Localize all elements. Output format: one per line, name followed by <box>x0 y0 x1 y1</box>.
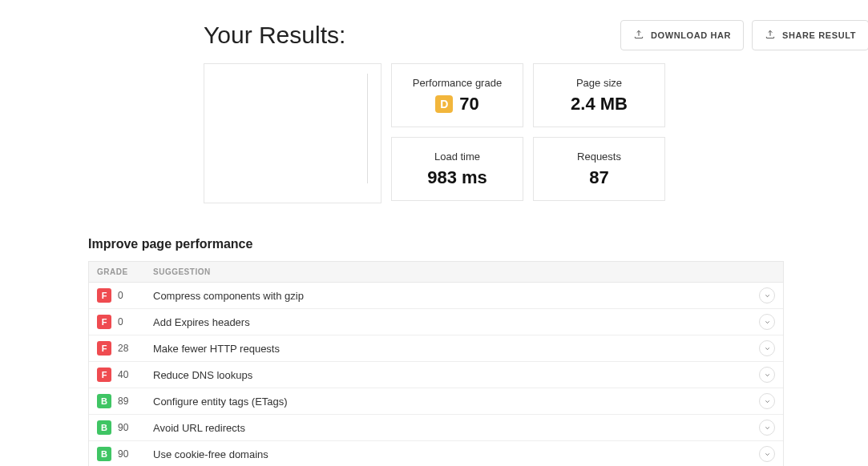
grade-badge: B <box>97 394 111 408</box>
table-row[interactable]: B89Configure entity tags (ETags) <box>89 388 783 415</box>
chevron-down-icon[interactable] <box>759 314 775 330</box>
grade-badge: B <box>97 420 111 435</box>
share-result-label: SHARE RESULT <box>782 30 856 40</box>
chevron-down-icon[interactable] <box>759 420 775 436</box>
table-row[interactable]: F40Reduce DNS lookups <box>89 362 783 388</box>
grade-cell: F40 <box>97 368 153 382</box>
metric-requests: Requests 87 <box>533 137 665 201</box>
table-row[interactable]: B90Use cookie-free domains <box>89 441 783 466</box>
grade-cell: B90 <box>97 447 153 461</box>
chevron-down-icon[interactable] <box>759 393 775 409</box>
grade-badge: F <box>97 315 111 329</box>
expand-cell <box>751 367 775 383</box>
metric-label: Load time <box>434 151 480 163</box>
table-row[interactable]: B90Avoid URL redirects <box>89 415 783 441</box>
page-title: Your Results: <box>204 22 345 49</box>
grade-score: 28 <box>118 343 128 354</box>
metric-label: Page size <box>576 77 622 89</box>
suggestion-text: Avoid URL redirects <box>153 422 751 434</box>
suggestion-text: Reduce DNS lookups <box>153 369 751 381</box>
metric-value: 70 <box>459 94 478 114</box>
suggestion-text: Add Expires headers <box>153 316 751 328</box>
suggestion-text: Configure entity tags (ETags) <box>153 396 751 408</box>
grade-cell: F0 <box>97 288 153 303</box>
download-har-label: DOWNLOAD HAR <box>651 30 731 40</box>
grade-cell: F0 <box>97 315 153 329</box>
chevron-down-icon[interactable] <box>759 287 775 303</box>
expand-cell <box>751 287 775 303</box>
grade-score: 90 <box>118 422 128 433</box>
expand-cell <box>751 314 775 330</box>
expand-cell <box>751 420 775 436</box>
chevron-down-icon[interactable] <box>759 340 775 356</box>
metric-value: 983 ms <box>427 167 487 188</box>
grade-score: 0 <box>118 290 123 301</box>
expand-cell <box>751 393 775 409</box>
col-header-grade: GRADE <box>97 267 153 276</box>
share-icon <box>765 29 776 42</box>
suggestions-table: GRADE SUGGESTION F0Compress components w… <box>88 261 784 466</box>
table-row[interactable]: F0Add Expires headers <box>89 309 783 335</box>
grade-badge: F <box>97 368 111 382</box>
metric-performance-grade: Performance grade D 70 <box>391 63 523 127</box>
share-result-button[interactable]: SHARE RESULT <box>752 20 868 50</box>
grade-badge: F <box>97 288 111 303</box>
col-header-suggestion: SUGGESTION <box>153 267 775 276</box>
metric-label: Performance grade <box>413 77 502 89</box>
grade-badge: B <box>97 447 111 461</box>
suggestion-text: Compress components with gzip <box>153 290 751 302</box>
table-row[interactable]: F0Compress components with gzip <box>89 283 783 309</box>
metric-value: 2.4 MB <box>571 94 628 114</box>
expand-cell <box>751 446 775 462</box>
improve-section-title: Improve page performance <box>88 237 784 251</box>
grade-cell: B89 <box>97 394 153 408</box>
grade-cell: F28 <box>97 341 153 356</box>
page-thumbnail <box>204 63 382 203</box>
metric-load-time: Load time 983 ms <box>391 137 523 201</box>
chevron-down-icon[interactable] <box>759 446 775 462</box>
grade-score: 90 <box>118 448 128 460</box>
table-header: GRADE SUGGESTION <box>89 262 783 283</box>
suggestion-text: Use cookie-free domains <box>153 448 751 460</box>
upload-icon <box>633 29 644 42</box>
grade-score: 0 <box>118 316 123 327</box>
grade-badge-d: D <box>435 95 453 113</box>
grade-badge: F <box>97 341 111 356</box>
metric-value: 87 <box>589 167 608 188</box>
metric-label: Requests <box>577 151 621 163</box>
grade-cell: B90 <box>97 420 153 435</box>
chevron-down-icon[interactable] <box>759 367 775 383</box>
grade-score: 40 <box>118 369 128 380</box>
action-buttons: DOWNLOAD HAR SHARE RESULT <box>620 20 868 50</box>
expand-cell <box>751 340 775 356</box>
download-har-button[interactable]: DOWNLOAD HAR <box>620 20 744 50</box>
grade-score: 89 <box>118 396 128 407</box>
metric-page-size: Page size 2.4 MB <box>533 63 665 127</box>
table-row[interactable]: F28Make fewer HTTP requests <box>89 335 783 362</box>
suggestion-text: Make fewer HTTP requests <box>153 343 751 355</box>
